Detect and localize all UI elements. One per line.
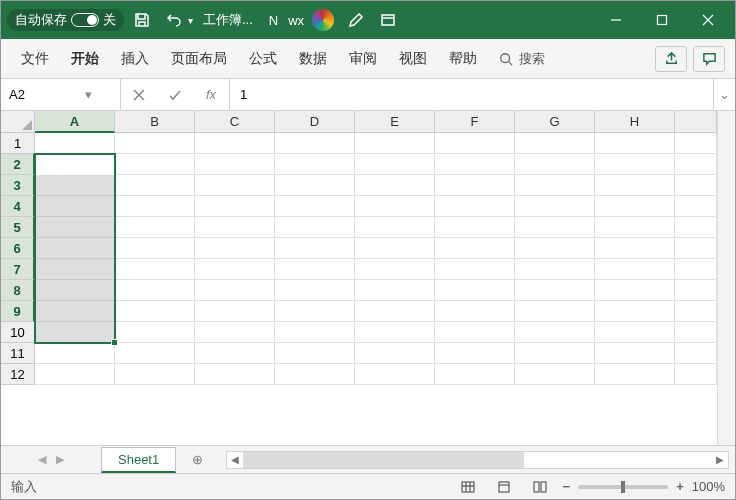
name-box-input[interactable] (9, 87, 79, 102)
column-header-c[interactable]: C (195, 111, 275, 133)
tab-page-layout[interactable]: 页面布局 (161, 39, 237, 79)
tab-view[interactable]: 视图 (389, 39, 437, 79)
column-header-h[interactable]: H (595, 111, 675, 133)
name-box[interactable]: ▾ (1, 79, 121, 110)
page-break-icon (533, 481, 547, 493)
tab-review[interactable]: 审阅 (339, 39, 387, 79)
minimize-icon (610, 14, 622, 26)
tab-home[interactable]: 开始 (61, 39, 109, 79)
autosave-label: 自动保存 (15, 11, 67, 29)
cancel-edit-button[interactable] (121, 88, 157, 102)
hscroll-thumb[interactable] (243, 452, 524, 468)
plus-circle-icon: ⊕ (192, 452, 203, 467)
row-header-6[interactable]: 6 (1, 238, 35, 259)
tab-insert[interactable]: 插入 (111, 39, 159, 79)
vertical-scrollbar[interactable] (717, 111, 735, 445)
cell-a1[interactable] (35, 133, 115, 154)
hscroll-right-icon[interactable]: ▶ (712, 454, 728, 465)
svg-rect-1 (658, 16, 667, 25)
column-header-partial[interactable] (675, 111, 717, 133)
toggle-switch-icon (71, 13, 99, 27)
insert-function-button[interactable]: fx (193, 87, 229, 102)
save-icon (134, 12, 150, 28)
tab-data[interactable]: 数据 (289, 39, 337, 79)
comment-icon (702, 51, 717, 66)
zoom-slider[interactable] (578, 485, 668, 489)
zoom-in-button[interactable]: + (676, 479, 684, 494)
share-icon (664, 51, 679, 66)
column-header-e[interactable]: E (355, 111, 435, 133)
comments-button[interactable] (693, 46, 725, 72)
formula-bar: ▾ fx ⌄ (1, 79, 735, 111)
name-box-dropdown-icon[interactable]: ▾ (85, 87, 92, 102)
add-sheet-button[interactable]: ⊕ (182, 447, 212, 473)
svg-point-2 (501, 53, 510, 62)
spreadsheet-grid: A B C D E F G H 1 2 3 4 5 6 (1, 111, 735, 445)
row-header-11[interactable]: 11 (1, 343, 35, 364)
sheet-nav-next-icon[interactable]: ▶ (56, 453, 64, 466)
cells-area[interactable]: 1 (35, 133, 717, 445)
view-normal-button[interactable] (455, 477, 481, 497)
row-header-3[interactable]: 3 (1, 175, 35, 196)
autosave-state: 关 (103, 11, 116, 29)
zoom-out-button[interactable]: − (563, 479, 571, 494)
search-input[interactable]: 搜索 (489, 50, 555, 68)
formula-input[interactable] (240, 87, 703, 102)
draw-button[interactable] (342, 6, 370, 34)
cell-a2[interactable]: 1 (35, 154, 115, 175)
x-icon (132, 88, 146, 102)
zoom-level[interactable]: 100% (692, 479, 725, 494)
expand-formula-bar-button[interactable]: ⌄ (713, 79, 735, 110)
tab-formulas[interactable]: 公式 (239, 39, 287, 79)
svg-rect-3 (462, 482, 474, 492)
undo-button[interactable] (160, 6, 188, 34)
zoom-slider-thumb[interactable] (621, 481, 625, 493)
column-header-f[interactable]: F (435, 111, 515, 133)
user-prefix: N (269, 13, 278, 28)
status-bar: 输入 − + 100% (1, 473, 735, 499)
status-mode: 输入 (11, 478, 37, 496)
row-header-12[interactable]: 12 (1, 364, 35, 385)
app-logo-icon[interactable] (312, 9, 334, 31)
confirm-edit-button[interactable] (157, 88, 193, 102)
svg-rect-0 (382, 15, 394, 25)
column-header-d[interactable]: D (275, 111, 355, 133)
row-header-8[interactable]: 8 (1, 280, 35, 301)
share-button[interactable] (655, 46, 687, 72)
grid-view-icon (461, 481, 475, 493)
tab-help[interactable]: 帮助 (439, 39, 487, 79)
user-name[interactable]: wx (288, 13, 304, 28)
row-header-4[interactable]: 4 (1, 196, 35, 217)
hscroll-left-icon[interactable]: ◀ (227, 454, 243, 465)
column-header-b[interactable]: B (115, 111, 195, 133)
document-title[interactable]: 工作簿... (203, 11, 253, 29)
column-header-a[interactable]: A (35, 111, 115, 133)
tab-file[interactable]: 文件 (11, 39, 59, 79)
view-page-break-button[interactable] (527, 477, 553, 497)
row-header-10[interactable]: 10 (1, 322, 35, 343)
sheet-tab-sheet1[interactable]: Sheet1 (101, 447, 176, 473)
select-all-corner[interactable] (1, 111, 35, 133)
svg-rect-6 (541, 482, 546, 492)
ribbon-tabs: 文件 开始 插入 页面布局 公式 数据 审阅 视图 帮助 搜索 (1, 39, 735, 79)
close-icon (702, 14, 714, 26)
ribbon-mode-icon (380, 12, 396, 28)
minimize-button[interactable] (595, 1, 637, 39)
row-header-7[interactable]: 7 (1, 259, 35, 280)
row-header-1[interactable]: 1 (1, 133, 35, 154)
fx-icon: fx (206, 87, 216, 102)
row-header-9[interactable]: 9 (1, 301, 35, 322)
horizontal-scrollbar[interactable]: ◀ ▶ (226, 451, 729, 469)
view-page-layout-button[interactable] (491, 477, 517, 497)
ribbon-mode-button[interactable] (374, 6, 402, 34)
maximize-icon (656, 14, 668, 26)
sheet-nav-prev-icon[interactable]: ◀ (38, 453, 46, 466)
row-header-5[interactable]: 5 (1, 217, 35, 238)
save-button[interactable] (128, 6, 156, 34)
autosave-toggle[interactable]: 自动保存 关 (7, 9, 124, 31)
row-header-2[interactable]: 2 (1, 154, 35, 175)
svg-rect-4 (499, 482, 509, 492)
close-button[interactable] (687, 1, 729, 39)
column-header-g[interactable]: G (515, 111, 595, 133)
maximize-button[interactable] (641, 1, 683, 39)
